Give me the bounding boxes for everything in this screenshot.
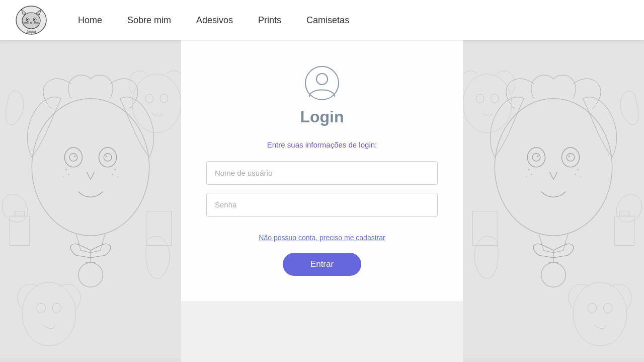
- svg-point-39: [316, 74, 328, 85]
- main-nav: Home Sobre mim Adesivos Prints Camisetas: [78, 15, 349, 26]
- username-group: [206, 161, 438, 185]
- svg-text:Jaquá: Jaquá: [26, 30, 36, 34]
- nav-home[interactable]: Home: [78, 15, 102, 26]
- svg-rect-40: [463, 45, 644, 358]
- svg-point-6: [27, 19, 29, 20]
- svg-point-52: [575, 174, 576, 175]
- user-icon: [304, 65, 340, 101]
- svg-point-23: [68, 174, 69, 175]
- svg-point-46: [537, 156, 539, 158]
- site-logo: Jaquá: [15, 4, 48, 37]
- user-icon-container: [304, 65, 340, 103]
- login-subtitle: Entre suas informações de login:: [267, 140, 377, 149]
- register-link[interactable]: Não possuo conta, preciso me cadastrar: [259, 234, 385, 242]
- register-link-container: Não possuo conta, preciso me cadastrar: [259, 234, 385, 242]
- svg-point-49: [531, 174, 532, 175]
- bg-left-panel: [0, 40, 181, 362]
- svg-point-8: [30, 22, 32, 23]
- login-title: Login: [300, 108, 344, 126]
- page-main: Login Entre suas informações de login: N…: [181, 40, 463, 322]
- svg-point-26: [112, 174, 113, 175]
- login-card: Login Entre suas informações de login: N…: [181, 40, 463, 301]
- bg-right-panel: [463, 40, 644, 362]
- nav-sobre-mim[interactable]: Sobre mim: [127, 15, 171, 26]
- svg-point-7: [34, 19, 36, 20]
- svg-point-1: [22, 13, 40, 29]
- svg-point-21: [105, 156, 107, 158]
- logo-area[interactable]: Jaquá: [15, 4, 48, 37]
- svg-point-51: [577, 169, 579, 171]
- nav-prints[interactable]: Prints: [258, 15, 281, 26]
- nav-adesivos[interactable]: Adesivos: [196, 15, 233, 26]
- svg-point-20: [74, 156, 76, 158]
- svg-point-24: [63, 176, 64, 178]
- site-header: Jaquá Home Sobre mim Adesivos Prints Cam…: [0, 0, 644, 40]
- username-input[interactable]: [206, 161, 438, 185]
- svg-rect-14: [0, 45, 181, 358]
- nav-camisetas[interactable]: Camisetas: [306, 15, 349, 26]
- password-group: [206, 193, 438, 216]
- svg-point-53: [580, 176, 581, 178]
- svg-point-47: [568, 156, 570, 158]
- svg-point-50: [526, 176, 527, 178]
- svg-point-22: [65, 169, 67, 171]
- login-button[interactable]: Entrar: [283, 253, 361, 276]
- svg-point-48: [528, 169, 530, 171]
- password-input[interactable]: [206, 193, 438, 216]
- bg-left-illustration: [0, 40, 181, 362]
- svg-point-25: [114, 169, 116, 171]
- svg-point-27: [117, 176, 118, 178]
- bg-right-illustration: [463, 40, 644, 362]
